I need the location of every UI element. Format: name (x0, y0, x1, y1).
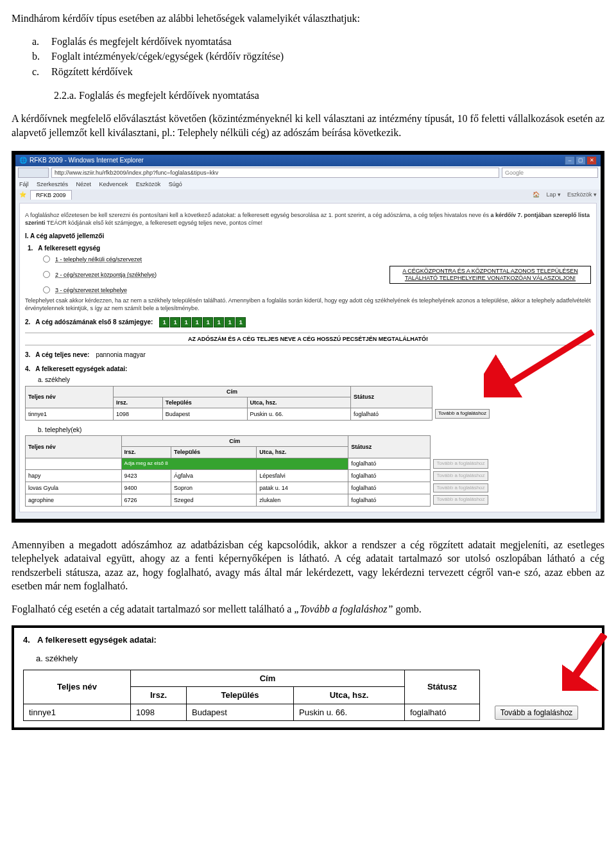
radio-option-1[interactable]: 1 - telephely nélküli cég/szervezet (43, 256, 591, 263)
table-row: tinnye1 1098 Budapest Puskin u. 66. fogl… (24, 704, 594, 721)
table-row: lovas Gyula9400Sopronpatak u. 14foglalha… (26, 482, 592, 494)
section-1-title: I. A cég alapvető jellemzői (25, 232, 591, 241)
sub-a-label: a. székhely (38, 376, 591, 385)
form-intro: A foglaláshoz előzetesen be kell szerezn… (25, 211, 591, 227)
menu-item[interactable]: Szerkesztés (37, 181, 68, 187)
menu-item[interactable]: Eszközök (136, 181, 161, 187)
ie-icon: 🌐 (19, 156, 27, 165)
tovabb-button[interactable]: Tovább a foglaláshoz (435, 409, 490, 419)
window-titlebar: 🌐 RFKB 2009 - Windows Internet Explorer … (15, 155, 601, 166)
q2-row: 2. A cég adószámának első 8 számjegye: 1… (25, 317, 591, 327)
options-list: a.Foglalás és megfejelt kérdőívek nyomta… (32, 35, 604, 79)
tovabb-button: Tovább a foglaláshoz (433, 483, 488, 493)
table-row: hapy9423ÁgfalvaLépesfalvifoglalhatóTováb… (26, 470, 592, 482)
list-item: c.Rögzített kérdőívek (32, 65, 604, 79)
browser-window: 🌐 RFKB 2009 - Windows Internet Explorer … (12, 151, 604, 523)
home-icon[interactable]: 🏠 (533, 191, 540, 198)
table-row: tinnye1 1098 Budapest Puskin u. 66. fogl… (26, 408, 592, 420)
menu-item[interactable]: Súgó (169, 181, 182, 187)
paragraph: A kérdőívnek megfelelő előválasztást köv… (12, 112, 604, 139)
tovabb-button: Tovább a foglaláshoz (433, 495, 488, 505)
telephely-note: Telephelyet csak akkor kérdezzen, ha az … (25, 297, 591, 312)
browser-tabbar: ⭐ RFKB 2009 🏠 Lap ▾ Eszközök ▾ (15, 189, 601, 200)
menu-item[interactable]: Nézet (76, 181, 92, 187)
company-name-value: pannonia magyar (96, 351, 145, 360)
radio-option-2[interactable]: 2 - cég/szervezet központja (székhelye) (43, 271, 379, 279)
maximize-button[interactable]: ▢ (576, 156, 586, 165)
tovabb-button: Tovább a foglaláshoz (433, 459, 488, 469)
tovabb-button: Tovább a foglaláshoz (433, 471, 488, 481)
list-item: a.Foglalás és megfejelt kérdőívek nyomta… (32, 35, 604, 49)
browser-tab[interactable]: RFKB 2009 (30, 190, 72, 199)
q1-label: 1. A felkeresett egység (28, 244, 591, 253)
minimize-button[interactable]: – (565, 156, 575, 165)
note-box: A CÉGKÖZPONTRA ÉS A KÖZPONTTAL AZONOS TE… (389, 266, 591, 284)
browser-menu-bar: Fájl Szerkesztés Nézet Kedvencek Eszközö… (15, 179, 601, 189)
favorites-icon[interactable]: ⭐ (19, 191, 26, 198)
q4-heading: 4.A felkeresett egységek adatai: (23, 634, 593, 646)
menu-item[interactable]: Fájl (19, 181, 29, 187)
radio-option-3[interactable]: 3 - cég/szervezet telephelye (43, 286, 591, 294)
telephely-table: Teljes név Cím Státusz Irsz. Település U… (25, 435, 591, 506)
paragraph: Foglalható cég esetén a cég adatait tart… (12, 602, 604, 616)
tovabb-button[interactable]: Tovább a foglaláshoz (495, 706, 579, 720)
q3-row: 3. A cég teljes neve: pannonia magyar (25, 351, 591, 360)
tax-number-digits[interactable]: 11111111 (159, 317, 246, 327)
page-menu[interactable]: Lap ▾ (546, 191, 561, 198)
url-field[interactable]: http://www.isziir.hu/rfkb2009/index.php?… (51, 168, 499, 178)
menu-item[interactable]: Kedvencek (99, 181, 128, 187)
center-note: AZ ADÓSZÁM ÉS A CÉG TELJES NEVE A CÉG HO… (25, 333, 591, 345)
list-item: b.Foglalt intézmények/cégek/egységek (ké… (32, 49, 604, 64)
sub-b-label: b. telephely(ek) (38, 426, 591, 435)
table-row: agrophine6726SzegedzlukalenfoglalhatóTov… (26, 494, 592, 506)
browser-search-field[interactable]: Google (502, 168, 598, 178)
close-button[interactable]: ✕ (586, 156, 597, 165)
table-row-hint: Adja meg az első 8 foglalható Tovább a f… (26, 458, 592, 470)
sub-a-label: a. székhely (36, 653, 593, 665)
szekhely-table-detail: Teljes név Cím Státusz Irsz. Település U… (23, 670, 593, 722)
nav-arrows[interactable] (18, 168, 49, 178)
intro-text: Mindhárom kérdőív típus esetében az aláb… (12, 12, 604, 26)
address-bar-row: http://www.isziir.hu/rfkb2009/index.php?… (15, 166, 601, 179)
window-title: RFKB 2009 - Windows Internet Explorer (30, 156, 144, 165)
page-content: A foglaláshoz előzetesen be kell szerezn… (19, 203, 597, 512)
szekhely-table: Teljes név Cím Státusz Irsz. Település U… (25, 386, 591, 421)
section-heading: 2.2.a. Foglalás és megfejelt kérdőívek n… (54, 89, 604, 103)
detail-panel: 4.A felkeresett egységek adatai: a. szék… (12, 625, 604, 731)
paragraph: Amennyiben a megadott adószámhoz az adat… (12, 538, 604, 593)
q4-label: 4. A felkeresett egységek adatai: (25, 365, 591, 374)
tools-menu[interactable]: Eszközök ▾ (567, 191, 597, 198)
